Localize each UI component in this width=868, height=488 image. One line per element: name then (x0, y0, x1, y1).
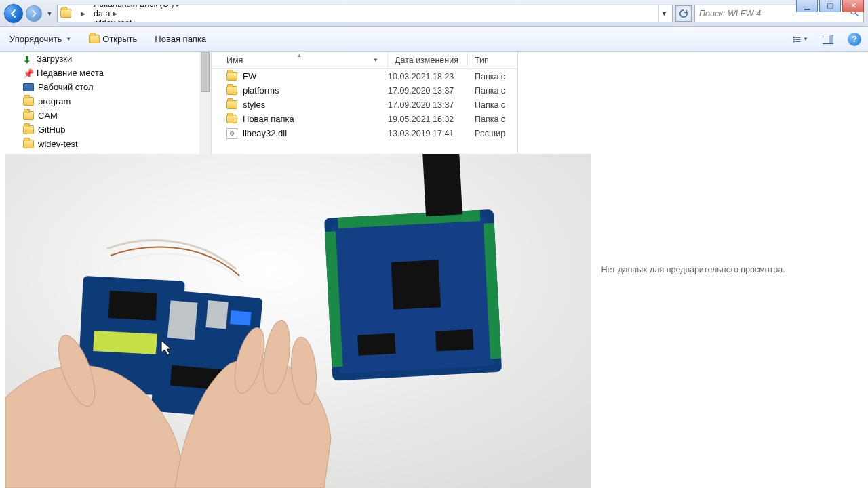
file-name: libeay32.dll (243, 128, 287, 138)
svg-rect-7 (795, 41, 800, 42)
file-type: Папка с (475, 100, 505, 110)
tree-item[interactable]: program (0, 94, 211, 108)
chevron-down-icon[interactable]: ▼ (371, 57, 380, 63)
view-options-button[interactable]: ▼ (793, 32, 808, 47)
tree-item[interactable]: GitHub (0, 123, 211, 137)
chevron-right-icon: ▶ (113, 10, 117, 17)
open-button[interactable]: Открыть (86, 33, 140, 45)
breadcrumb-bar[interactable]: ▶ Компьютер▶Локальный диск (C:)▶data▶wld… (57, 5, 673, 22)
tree-item[interactable]: CAM (0, 108, 211, 123)
column-type-label: Тип (475, 56, 489, 65)
svg-rect-27 (205, 300, 228, 329)
folder-icon (226, 100, 237, 109)
minimize-button[interactable]: ▁ (796, 0, 818, 12)
folder-icon (60, 8, 73, 19)
file-row[interactable]: ⚙libeay32.dll13.03.2019 17:41Расшир (212, 126, 517, 140)
tree-item[interactable]: Рабочий стол (0, 80, 211, 94)
overlay-photograph (5, 154, 591, 488)
tree-item[interactable]: ⬇Загрузки (0, 52, 211, 66)
svg-rect-3 (795, 37, 800, 37)
file-date: 13.03.2019 17:41 (388, 129, 454, 138)
chevron-right-icon: ▶ (176, 5, 181, 7)
tree-item-label: GitHub (38, 125, 65, 135)
close-button[interactable]: ✕ (842, 0, 864, 12)
tree-item[interactable]: 📌Недавние места (0, 66, 211, 80)
tree-item-label: Недавние места (37, 68, 104, 78)
chevron-down-icon: ▼ (66, 36, 71, 42)
column-date-label: Дата изменения (395, 56, 458, 65)
file-row[interactable]: FW10.03.2021 18:23Папка с (212, 69, 517, 83)
file-name: FW (243, 71, 256, 81)
tree-item-label: wldev-test (38, 139, 78, 149)
tree-item-label: Загрузки (37, 54, 72, 64)
folder-icon (23, 140, 34, 148)
folder-icon (226, 86, 237, 95)
refresh-icon (679, 9, 688, 18)
file-type: Папка с (475, 72, 505, 81)
new-folder-button[interactable]: Новая папка (152, 33, 209, 45)
command-toolbar: Упорядочить ▼ Открыть Новая папка ▼ ? (0, 27, 868, 52)
help-button[interactable]: ? (848, 33, 861, 46)
svg-rect-23 (108, 291, 157, 321)
nav-history-dropdown[interactable]: ▼ (45, 5, 54, 22)
folder-icon (23, 111, 34, 120)
path-dropdown[interactable]: ▼ (658, 5, 669, 22)
nav-forward-button[interactable] (26, 5, 42, 22)
tree-item[interactable]: wldev-test (0, 137, 211, 151)
svg-rect-4 (793, 39, 795, 40)
breadcrumb-label: wldev-test (94, 18, 132, 22)
tree-item-label: program (38, 96, 71, 106)
arrow-left-icon (9, 9, 18, 18)
recent-places-icon: 📌 (23, 68, 33, 78)
breadcrumb-sep-first[interactable]: ▶ (74, 5, 88, 22)
breadcrumb-item[interactable]: wldev-test▶ (90, 18, 184, 22)
column-type[interactable]: Тип (468, 52, 517, 68)
organize-label: Упорядочить (9, 34, 62, 44)
refresh-button[interactable] (675, 5, 692, 22)
breadcrumb-label: data (94, 9, 110, 18)
folder-icon (23, 125, 34, 134)
column-name-label: Имя (226, 56, 243, 65)
file-row[interactable]: platforms17.09.2020 13:37Папка с (212, 83, 517, 98)
folder-icon (226, 72, 237, 81)
file-date: 19.05.2021 16:32 (388, 115, 454, 124)
new-folder-label: Новая папка (155, 34, 206, 44)
dll-file-icon: ⚙ (226, 128, 237, 139)
svg-rect-20 (422, 154, 462, 216)
desktop-icon (23, 83, 34, 92)
svg-rect-15 (357, 333, 395, 356)
column-date[interactable]: Дата изменения (388, 52, 468, 68)
breadcrumb-item[interactable]: data▶ (90, 9, 184, 18)
file-name: styles (243, 100, 265, 110)
maximize-button[interactable]: ▢ (819, 0, 841, 12)
svg-rect-28 (230, 310, 252, 326)
file-row[interactable]: styles17.09.2020 13:37Папка с (212, 98, 517, 112)
preview-empty-text: Нет данных для предварительного просмотр… (601, 265, 785, 274)
file-type: Папка с (475, 86, 505, 96)
folder-icon (226, 115, 237, 123)
sidebar-scrollbar-thumb[interactable] (201, 52, 210, 92)
preview-pane-button[interactable] (821, 32, 835, 47)
file-date: 17.09.2020 13:37 (388, 86, 454, 96)
svg-rect-14 (391, 260, 441, 310)
svg-rect-16 (435, 329, 473, 352)
file-row[interactable]: Новая папка19.05.2021 16:32Папка с (212, 112, 517, 126)
tree-item-label: CAM (38, 110, 58, 121)
window-system-buttons: ▁ ▢ ✕ (796, 0, 864, 14)
svg-rect-5 (795, 39, 800, 40)
svg-rect-9 (829, 35, 833, 43)
svg-rect-26 (167, 300, 198, 340)
arrow-right-icon (30, 9, 38, 18)
column-headers: Имя ▲ ▼ Дата изменения Тип (212, 52, 517, 69)
chevron-down-icon: ▼ (803, 36, 808, 42)
column-name[interactable]: Имя ▲ ▼ (212, 52, 388, 68)
address-bar: ▼ ▶ Компьютер▶Локальный диск (C:)▶data▶w… (0, 0, 868, 27)
open-label: Открыть (102, 34, 137, 44)
svg-rect-6 (793, 41, 795, 42)
organize-button[interactable]: Упорядочить ▼ (7, 33, 74, 45)
file-name: Новая папка (243, 114, 294, 124)
file-date: 10.03.2021 18:23 (388, 72, 454, 81)
file-type: Расшир (475, 129, 505, 138)
file-date: 17.09.2020 13:37 (388, 100, 454, 110)
nav-back-button[interactable] (4, 4, 23, 23)
